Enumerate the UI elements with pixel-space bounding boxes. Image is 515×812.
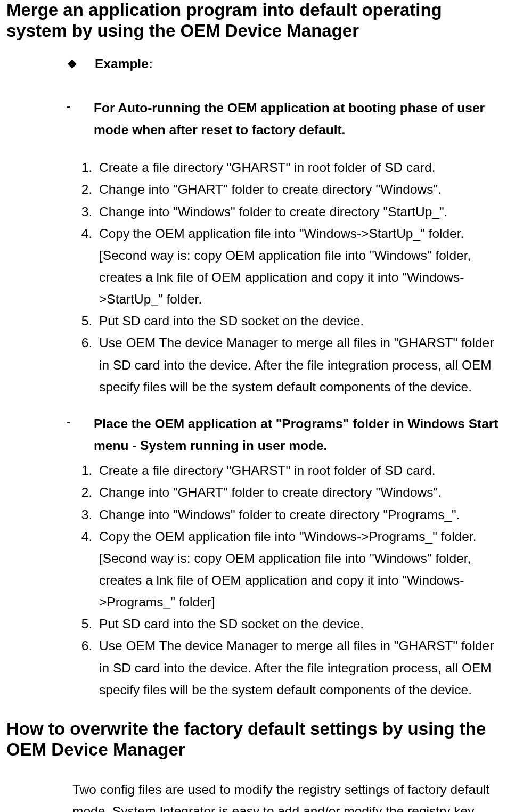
list-item: Create a file directory "GHARST" in root…: [96, 157, 499, 178]
diamond-icon: ◆: [66, 56, 78, 70]
section-b-steps: Create a file directory "GHARST" in root…: [66, 460, 499, 701]
dash-icon: -: [66, 97, 79, 113]
heading-merge: Merge an application program into defaul…: [6, 0, 499, 42]
list-item: Change into "Windows" folder to create d…: [96, 201, 499, 223]
section-b-text: Place the OEM application at "Programs" …: [94, 413, 499, 456]
list-item: Change into "GHART" folder to create dir…: [96, 481, 499, 503]
overwrite-paragraph: Two config files are used to modify the …: [72, 778, 499, 812]
list-item: Copy the OEM application file into "Wind…: [96, 223, 499, 310]
example-label: Example:: [95, 56, 153, 71]
section-b-heading: - Place the OEM application at "Programs…: [66, 413, 499, 456]
dash-icon: -: [66, 413, 79, 429]
list-item: Use OEM The device Manager to merge all …: [96, 332, 499, 397]
list-item: Put SD card into the SD socket on the de…: [96, 613, 499, 635]
list-item: Create a file directory "GHARST" in root…: [96, 460, 499, 481]
list-item: Put SD card into the SD socket on the de…: [96, 310, 499, 332]
heading-overwrite: How to overwrite the factory default set…: [6, 719, 499, 760]
section-a-text: For Auto-running the OEM application at …: [94, 97, 499, 141]
example-bullet-row: ◆ Example:: [66, 56, 499, 71]
section-a-heading: - For Auto-running the OEM application a…: [66, 97, 499, 141]
section-a-steps: Create a file directory "GHARST" in root…: [66, 157, 499, 398]
list-item: Change into "Windows" folder to create d…: [96, 504, 499, 526]
list-item: Use OEM The device Manager to merge all …: [96, 635, 499, 700]
list-item: Change into "GHART" folder to create dir…: [96, 178, 499, 200]
list-item: Copy the OEM application file into "Wind…: [96, 526, 499, 613]
